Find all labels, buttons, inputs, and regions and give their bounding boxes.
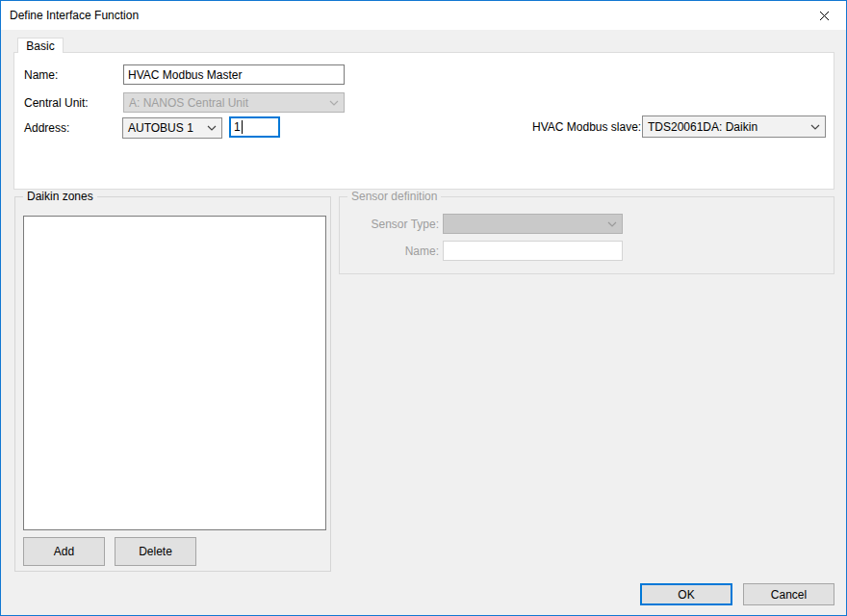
address-number-input[interactable]: 1 — [229, 116, 280, 138]
daikin-zones-group: Daikin zones Add Delete — [14, 196, 331, 572]
chevron-down-icon — [329, 100, 339, 106]
address-bus-dropdown[interactable]: AUTOBUS 1 — [122, 117, 222, 139]
hvac-modbus-slave-dropdown[interactable]: TDS20061DA: Daikin — [642, 116, 826, 138]
name-label: Name: — [24, 64, 58, 85]
close-icon — [819, 11, 830, 21]
window-title: Define Interface Function — [1, 9, 139, 22]
chevron-down-icon — [207, 125, 217, 131]
central-unit-value: A: NANOS Central Unit — [129, 96, 248, 110]
ok-button-label: OK — [678, 588, 694, 602]
sensor-name-label: Name: — [367, 241, 439, 261]
hvac-modbus-slave-label: HVAC Modbus slave: — [532, 116, 641, 138]
address-label: Address: — [24, 117, 69, 139]
close-button[interactable] — [802, 1, 846, 30]
tab-basic[interactable]: Basic — [17, 38, 64, 53]
chevron-down-icon — [607, 221, 617, 227]
address-number-value: 1 — [234, 120, 241, 134]
titlebar: Define Interface Function — [1, 1, 846, 30]
delete-button-label: Delete — [139, 545, 172, 558]
address-bus-value: AUTOBUS 1 — [128, 121, 193, 135]
sensor-definition-group: Sensor definition Sensor Type: Name: — [339, 196, 834, 274]
ok-button[interactable]: OK — [640, 583, 732, 605]
sensor-type-label: Sensor Type: — [367, 214, 439, 234]
sensor-name-input — [443, 241, 623, 261]
chevron-down-icon — [810, 124, 820, 130]
daikin-zones-group-title: Daikin zones — [23, 190, 97, 203]
name-input-value: HVAC Modbus Master — [128, 68, 242, 82]
cancel-button[interactable]: Cancel — [743, 583, 834, 605]
tab-basic-label: Basic — [26, 39, 54, 53]
define-interface-function-dialog: Define Interface Function Basic Name: HV… — [0, 0, 847, 616]
add-button[interactable]: Add — [23, 537, 105, 566]
cancel-button-label: Cancel — [771, 588, 807, 602]
sensor-type-dropdown — [443, 214, 623, 234]
delete-button[interactable]: Delete — [115, 537, 196, 566]
hvac-modbus-slave-value: TDS20061DA: Daikin — [648, 120, 757, 134]
add-button-label: Add — [54, 545, 74, 558]
daikin-zones-listbox[interactable] — [23, 216, 326, 530]
central-unit-label: Central Unit: — [24, 92, 89, 113]
sensor-definition-group-title: Sensor definition — [347, 190, 441, 203]
text-cursor — [242, 120, 243, 134]
central-unit-dropdown: A: NANOS Central Unit — [123, 92, 345, 113]
name-input[interactable]: HVAC Modbus Master — [123, 64, 345, 85]
